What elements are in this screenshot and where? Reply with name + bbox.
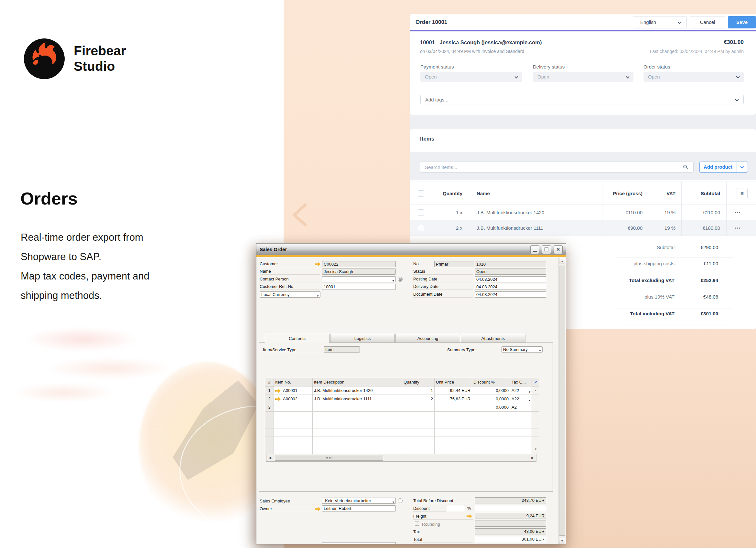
chevron-down-icon: [740, 165, 744, 168]
save-button[interactable]: Save: [728, 16, 756, 28]
doc-number-field[interactable]: 1010: [475, 261, 546, 267]
customer-field[interactable]: C00022: [322, 261, 396, 267]
close-icon[interactable]: ✕: [554, 245, 563, 254]
window-title: Sales Order: [260, 244, 287, 255]
search-input[interactable]: [420, 162, 679, 172]
maximize-button[interactable]: [542, 245, 551, 254]
sales-employee-dropdown[interactable]: -Kein Vertriebsmitarbeiter- ▼: [322, 498, 396, 504]
document-date-label: Document Date: [413, 291, 473, 297]
status-field[interactable]: Open: [475, 269, 546, 274]
discount-percent-field[interactable]: [447, 505, 465, 511]
row-checkbox[interactable]: [418, 210, 424, 216]
row-context-menu-icon[interactable]: ⋯: [735, 205, 741, 220]
sap-accent-bar: [256, 255, 566, 257]
col-discount: Discount %: [472, 378, 510, 386]
tab-logistics[interactable]: Logistics: [330, 334, 395, 343]
tab-accounting[interactable]: Accounting: [395, 334, 460, 343]
scrollbar-track[interactable]: [532, 403, 539, 411]
firebear-logo-icon: [24, 38, 65, 79]
scrollbar-thumb[interactable]: [275, 455, 383, 461]
scrollbar-track[interactable]: [532, 395, 539, 403]
owner-field[interactable]: Leitner, Robert: [322, 505, 396, 511]
add-product-button[interactable]: Add product: [699, 162, 748, 173]
total-field: 301,00 EUR: [475, 536, 546, 542]
minimize-button[interactable]: [530, 245, 539, 254]
minimize-icon: [533, 251, 537, 252]
window-titlebar[interactable]: Sales Order ✕: [256, 244, 566, 255]
column-price[interactable]: Price (gross): [602, 182, 649, 205]
name-label: Name: [260, 269, 320, 274]
total-value: €48.06: [703, 293, 718, 301]
order-customer-title: 10001 - Jessica Scough (jessica@example.…: [420, 39, 542, 46]
summary-type-dropdown[interactable]: No Summary ▼: [502, 346, 543, 352]
grid-row-empty: ▼: [265, 445, 539, 454]
col-unit-price: Unit Price: [435, 378, 472, 386]
total-label: plus shipping costs: [633, 260, 675, 268]
select-all-checkbox[interactable]: [418, 190, 424, 197]
column-name[interactable]: Name: [469, 182, 602, 205]
currency-dropdown[interactable]: Local Currency ▼: [260, 291, 320, 297]
payment-status-select[interactable]: Open: [420, 72, 522, 82]
delivery-date-field[interactable]: 04.03.2024: [475, 284, 546, 290]
delivery-status-value: Open: [537, 74, 549, 80]
horizontal-scrollbar[interactable]: ◀ ▶: [266, 454, 536, 462]
tags-input[interactable]: [421, 95, 728, 104]
divider: [617, 258, 733, 258]
row-vat: 19 %: [649, 205, 682, 220]
posting-date-field[interactable]: 04.03.2024: [475, 276, 546, 282]
contact-person-dropdown[interactable]: ▼: [322, 276, 396, 282]
tab-attachments[interactable]: Attachments: [461, 334, 525, 343]
name-field[interactable]: Jessica Scough: [322, 269, 396, 274]
scroll-up-icon[interactable]: ▲: [559, 258, 565, 264]
row-tax: A22 ▼: [510, 395, 532, 403]
scroll-right-icon[interactable]: ▶: [529, 455, 536, 461]
chevron-down-icon: [514, 75, 518, 78]
add-product-split[interactable]: [737, 162, 748, 172]
vertical-scrollbar[interactable]: ▲ ▼: [558, 257, 566, 544]
scroll-up-icon[interactable]: ▲: [532, 386, 539, 394]
choose-from-list-icon[interactable]: [398, 498, 403, 503]
delivery-date-label: Delivery Date: [413, 284, 473, 290]
document-date-field[interactable]: 04.03.2024: [475, 291, 546, 297]
tags-input-wrap: [420, 95, 744, 104]
contact-person-label: Contact Person: [260, 276, 320, 282]
item-service-type-field[interactable]: Item: [324, 346, 360, 352]
scroll-down-icon[interactable]: ▼: [532, 445, 539, 454]
cutoff-field[interactable]: [322, 542, 396, 544]
cancel-button[interactable]: Cancel: [690, 16, 725, 28]
rounding-checkbox[interactable]: [415, 521, 419, 526]
description-line: Map tax codes, payment and: [21, 267, 234, 286]
grid-row[interactable]: 2 A00002 J.B. Multifunktionsdrucker 1111…: [265, 395, 539, 403]
delivery-status-select[interactable]: Open: [533, 72, 633, 82]
row-item-no: [274, 403, 313, 411]
language-select[interactable]: English: [633, 16, 687, 28]
total-label: Total: [413, 537, 473, 543]
header-menu-cell: ≡: [727, 182, 756, 205]
currency-value: Local Currency: [261, 292, 289, 297]
column-vat[interactable]: VAT: [649, 182, 682, 205]
row-checkbox[interactable]: [418, 225, 424, 231]
column-quantity[interactable]: Quantity: [433, 182, 469, 205]
table-settings-icon[interactable]: ≡: [737, 188, 748, 199]
column-subtotal[interactable]: Subtotal: [682, 182, 727, 205]
col-qty: Quantity: [402, 378, 435, 386]
description-line: Real-time order export from: [21, 228, 234, 247]
scrollbar-thumb[interactable]: [559, 266, 565, 536]
order-status-select[interactable]: Open: [643, 72, 744, 82]
discount-amount-field[interactable]: [475, 505, 546, 511]
grid-row[interactable]: 1 A00001 J.B. Multifunktionsdrucker 1420…: [265, 386, 539, 395]
scroll-down-icon[interactable]: ▼: [559, 538, 565, 544]
dropdown-arrow-icon: ▼: [392, 500, 394, 504]
customer-ref-field[interactable]: 10001: [322, 284, 396, 290]
series-field[interactable]: Primär: [434, 261, 474, 267]
dropdown-arrow-icon: ▼: [539, 348, 541, 352]
grid-row[interactable]: 3 0,0000 A2: [265, 403, 539, 412]
row-desc: [313, 403, 402, 411]
tab-contents[interactable]: Contents: [265, 334, 329, 343]
scroll-left-icon[interactable]: ◀: [266, 455, 274, 461]
expand-grid-icon[interactable]: ↗: [532, 378, 539, 386]
row-price: €90.00: [602, 220, 649, 236]
choose-from-list-icon[interactable]: [398, 277, 403, 282]
description-line: shipping methods.: [21, 286, 234, 305]
row-context-menu-icon[interactable]: ⋯: [735, 220, 741, 236]
